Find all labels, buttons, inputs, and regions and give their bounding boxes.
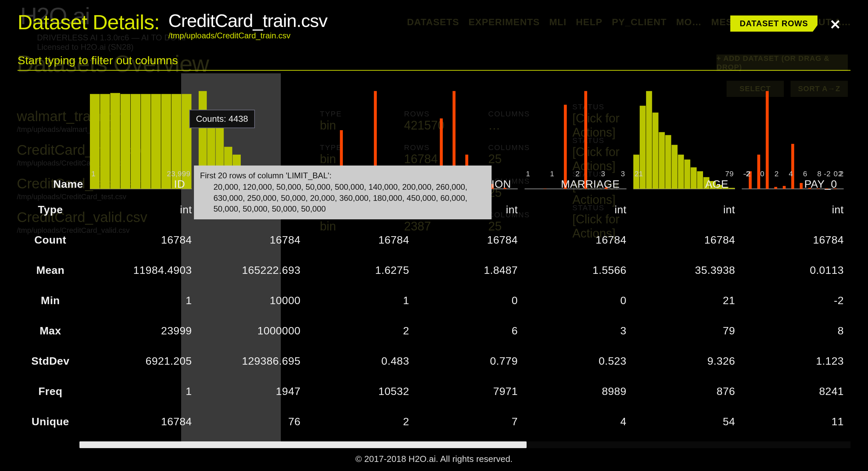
stat-cell: 0.483	[307, 346, 416, 376]
svg-rect-38	[584, 91, 587, 189]
svg-rect-44	[652, 113, 658, 189]
stat-cell: 876	[633, 376, 742, 406]
stat-cell: 7	[416, 406, 525, 437]
stat-cell: 21	[633, 285, 742, 315]
svg-rect-4	[121, 94, 130, 189]
stat-cell: -2	[742, 285, 850, 315]
stat-cell: 76	[199, 406, 307, 437]
stat-cell: 0.0113	[742, 255, 850, 285]
column-header-AGE[interactable]: 2179AGE	[633, 73, 742, 195]
stat-cell: 6	[416, 315, 525, 346]
scrollbar-thumb[interactable]	[80, 441, 527, 448]
svg-rect-2	[100, 94, 110, 189]
stat-cell: 165222.693	[199, 255, 307, 285]
stat-cell: 16784	[90, 225, 199, 255]
stats-row-label: Max	[18, 315, 90, 346]
stat-cell: 1000000	[199, 315, 307, 346]
dataset-rows-button[interactable]: DATASET ROWS	[730, 15, 817, 32]
stat-cell: 35.3938	[633, 255, 742, 285]
tooltip-head: First 20 rows of column 'LIMIT_BAL':	[200, 170, 486, 181]
stat-cell: 9.326	[633, 346, 742, 376]
stat-cell: 0	[525, 285, 633, 315]
stat-cell: 1947	[199, 376, 307, 406]
footer-copyright: © 2017-2018 H2O.ai. All rights reserved.	[0, 454, 868, 464]
column-stats-table: Name123,999ID10,0…LIMIT_BALSEXEDUCATION1…	[18, 73, 850, 441]
stat-cell: int	[90, 195, 199, 225]
close-icon[interactable]: ✕	[830, 17, 841, 32]
column-header-MARRIAGE[interactable]: 13123MARRIAGE	[525, 73, 633, 195]
stats-row-label: Freq	[18, 376, 90, 406]
histogram-tooltip: Counts: 4438	[189, 110, 255, 128]
stat-cell: 8989	[525, 376, 633, 406]
stat-cell: 16784	[416, 225, 525, 255]
stat-cell: 1	[307, 285, 416, 315]
stat-cell: 7971	[416, 376, 525, 406]
stat-cell: int	[633, 195, 742, 225]
stats-row-label: Type	[18, 195, 90, 225]
horizontal-scrollbar[interactable]	[80, 441, 850, 448]
filter-prompt[interactable]: Start typing to filter out columns	[18, 54, 178, 67]
stat-cell: 8	[742, 315, 850, 346]
stat-cell: 16784	[525, 225, 633, 255]
column-header-PAY_0[interactable]: -22-202468 -202PAY_0	[742, 73, 850, 195]
header-rule	[18, 70, 850, 71]
stat-cell: 16784	[742, 225, 850, 255]
stat-cell: 16784	[633, 225, 742, 255]
stat-cell: 54	[633, 406, 742, 437]
stat-cell: 11	[742, 406, 850, 437]
stat-cell: 129386.695	[199, 346, 307, 376]
stat-cell: 1.6275	[307, 255, 416, 285]
stat-cell: 16784	[199, 225, 307, 255]
stat-cell: 1	[90, 376, 199, 406]
stat-cell: 0.523	[525, 346, 633, 376]
stat-cell: 3	[525, 315, 633, 346]
column-preview-tooltip: First 20 rows of column 'LIMIT_BAL': 20,…	[194, 166, 492, 220]
svg-rect-37	[564, 105, 567, 189]
tooltip-body: 20,000, 120,000, 50,000, 50,000, 500,000…	[200, 182, 486, 214]
stat-cell: 0.779	[416, 346, 525, 376]
svg-rect-5	[131, 94, 141, 189]
stat-cell: 1	[90, 285, 199, 315]
svg-rect-60	[766, 91, 769, 189]
stat-cell: 2	[307, 406, 416, 437]
stat-cell: 6921.205	[90, 346, 199, 376]
svg-rect-6	[141, 94, 151, 189]
overlay-title: Dataset Details:	[18, 10, 160, 34]
stat-cell: 8241	[742, 376, 850, 406]
svg-rect-7	[151, 94, 161, 189]
dataset-path: /tmp/uploads/CreditCard_train.csv	[168, 31, 290, 40]
stats-row-label: Min	[18, 285, 90, 315]
stat-cell: 1.8487	[416, 255, 525, 285]
svg-rect-3	[111, 93, 120, 189]
svg-rect-43	[646, 91, 652, 189]
stat-cell: int	[525, 195, 633, 225]
stat-cell: 16784	[307, 225, 416, 255]
stats-row-label: Count	[18, 225, 90, 255]
stat-cell: 2	[307, 315, 416, 346]
column-header-ID[interactable]: 123,999ID	[90, 73, 199, 195]
stat-cell: 79	[633, 315, 742, 346]
stat-cell: int	[742, 195, 850, 225]
stats-row-label: Mean	[18, 255, 90, 285]
dataset-details-overlay: Dataset Details: CreditCard_train.csv /t…	[0, 0, 868, 471]
stats-row-label: Unique	[18, 406, 90, 437]
stat-cell: 11984.4903	[90, 255, 199, 285]
stat-cell: 1.123	[742, 346, 850, 376]
dataset-filename: CreditCard_train.csv	[168, 10, 327, 31]
stat-cell: 1.5566	[525, 255, 633, 285]
stats-row-label: StdDev	[18, 346, 90, 376]
stat-cell: 23999	[90, 315, 199, 346]
stats-row-label: Name	[18, 73, 90, 195]
stat-cell: 10532	[307, 376, 416, 406]
stat-cell: 16784	[90, 406, 199, 437]
stat-cell: 10000	[199, 285, 307, 315]
stat-cell: 4	[525, 406, 633, 437]
stat-cell: 0	[416, 285, 525, 315]
